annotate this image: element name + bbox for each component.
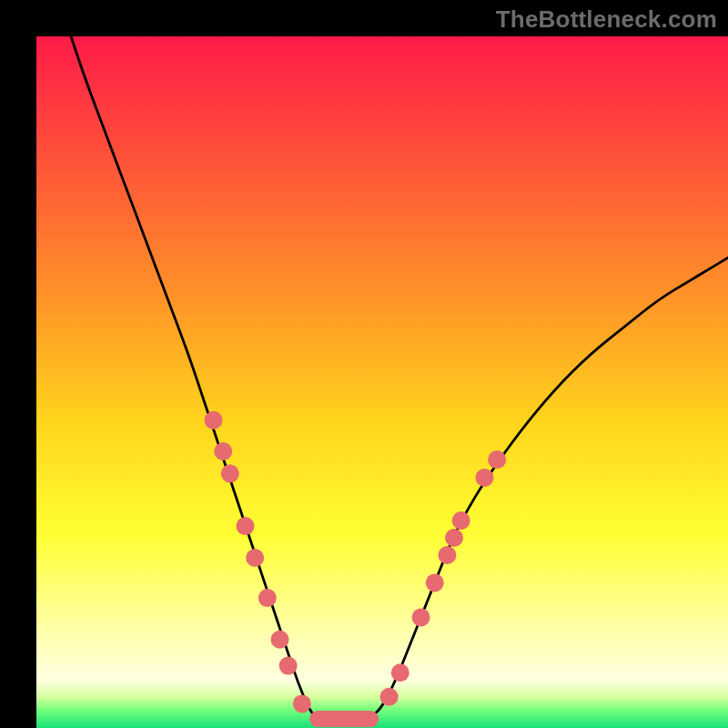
data-point-marker bbox=[452, 511, 470, 530]
watermark-text: TheBottleneck.com bbox=[496, 5, 717, 34]
data-point-marker bbox=[214, 442, 232, 460]
data-point-marker bbox=[271, 631, 289, 649]
data-point-marker bbox=[221, 464, 239, 482]
chart-container: TheBottleneck.com bbox=[0, 0, 728, 728]
data-point-marker bbox=[279, 657, 298, 675]
data-point-marker bbox=[445, 529, 463, 547]
data-point-marker bbox=[237, 517, 255, 535]
data-point-marker bbox=[475, 469, 493, 487]
data-point-marker bbox=[205, 411, 223, 430]
data-point-marker bbox=[412, 608, 430, 626]
data-point-marker bbox=[438, 546, 456, 564]
data-point-marker bbox=[293, 694, 311, 713]
plot-background bbox=[36, 36, 728, 728]
bottleneck-chart bbox=[0, 0, 728, 728]
data-point-marker bbox=[246, 549, 264, 567]
data-point-marker bbox=[391, 663, 410, 682]
minimum-flat-bar bbox=[309, 711, 379, 727]
data-point-marker bbox=[488, 450, 506, 469]
data-point-marker bbox=[380, 688, 399, 706]
data-point-marker bbox=[426, 573, 444, 592]
data-point-marker bbox=[258, 589, 277, 607]
